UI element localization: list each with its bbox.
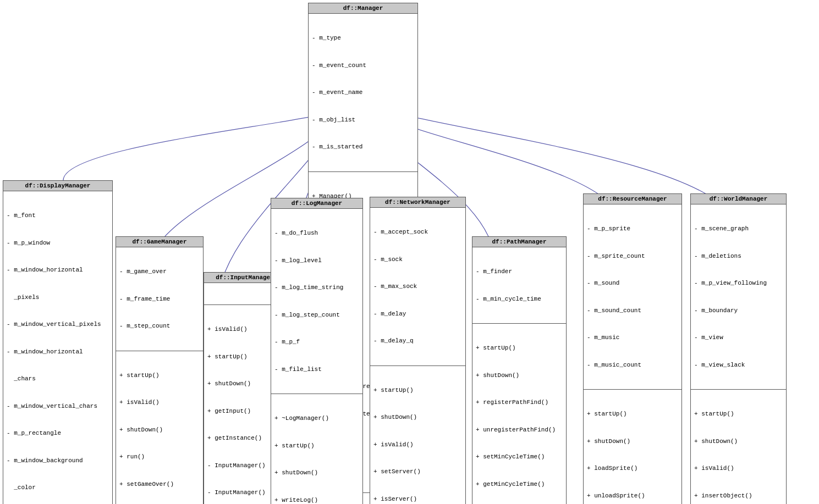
resource-manager-attributes: - m_p_sprite - m_sprite_count - m_sound … <box>584 204 681 390</box>
path-manager-methods: + startUp() + shutDown() + registerPathF… <box>472 324 566 504</box>
world-manager-methods: + startUp() + shutDown() + isValid() + i… <box>691 390 786 504</box>
game-manager-class: df::GameManager - m_game_over - m_frame_… <box>116 236 204 504</box>
log-manager-methods: + ~LogManager() + startUp() + shutDown()… <box>271 394 362 504</box>
display-manager-class: df::DisplayManager - m_font - m_p_window… <box>3 180 113 504</box>
resource-manager-header: df::ResourceManager <box>584 194 681 204</box>
world-manager-class: df::WorldManager - m_scene_graph - m_del… <box>690 193 787 504</box>
path-manager-attributes: - m_finder - m_min_cycle_time <box>472 247 566 324</box>
network-manager-class: df::NetworkManager - m_accept_sock - m_s… <box>370 197 466 504</box>
manager-attributes: - m_type - m_event_count - m_event_name … <box>309 14 417 172</box>
resource-manager-methods: + startUp() + shutDown() + loadSprite() … <box>584 390 681 504</box>
game-manager-methods: + startUp() + isValid() + shutDown() + r… <box>116 351 203 505</box>
manager-header: df::Manager <box>309 3 417 14</box>
game-manager-attributes: - m_game_over - m_frame_time - m_step_co… <box>116 247 203 351</box>
display-manager-header: df::DisplayManager <box>3 181 112 191</box>
display-manager-attributes: - m_font - m_p_window - m_window_horizon… <box>3 191 112 504</box>
log-manager-class: df::LogManager - m_do_flush - m_log_leve… <box>271 198 363 504</box>
log-manager-header: df::LogManager <box>271 198 362 209</box>
resource-manager-class: df::ResourceManager - m_p_sprite - m_spr… <box>583 193 682 504</box>
path-manager-header: df::PathManager <box>472 237 566 247</box>
network-manager-attributes: - m_accept_sock - m_sock - m_max_sock - … <box>370 208 465 366</box>
world-manager-attributes: - m_scene_graph - m_deletions - m_p_view… <box>691 204 786 390</box>
game-manager-header: df::GameManager <box>116 237 203 247</box>
log-manager-attributes: - m_do_flush - m_log_level - m_log_time_… <box>271 209 362 394</box>
network-manager-methods: + startUp() + shutDown() + isValid() + s… <box>370 366 465 505</box>
world-manager-header: df::WorldManager <box>691 194 786 204</box>
path-manager-class: df::PathManager - m_finder - m_min_cycle… <box>472 236 567 504</box>
diagram-container: df::Manager - m_type - m_event_count - m… <box>0 0 819 504</box>
network-manager-header: df::NetworkManager <box>370 197 465 208</box>
